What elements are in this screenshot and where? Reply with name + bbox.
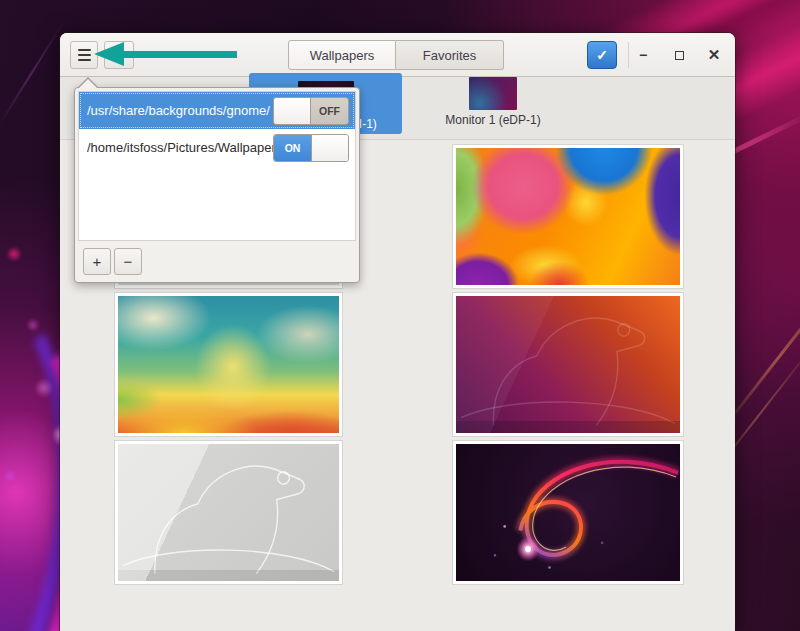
wallpaper-thumbnail	[118, 296, 339, 433]
folder-path: /usr/share/backgrounds/gnome/	[87, 103, 273, 118]
wallpaper-item[interactable]	[115, 293, 342, 436]
minus-icon: −	[124, 253, 133, 270]
titlebar[interactable]: Wallpapers Favorites ✓ − ✕	[60, 33, 735, 77]
wallpaper-bokeh-dot	[6, 246, 22, 262]
titlebar-separator	[628, 42, 629, 68]
popover-caret	[77, 77, 99, 88]
close-button[interactable]: ✕	[702, 43, 726, 67]
beaver-outline-icon	[456, 296, 680, 433]
secondary-toolbar-button[interactable]	[104, 41, 134, 69]
monitor-label: Monitor 1 (eDP-1)	[445, 113, 540, 127]
tab-wallpapers[interactable]: Wallpapers	[288, 40, 396, 70]
wallpaper-item[interactable]	[115, 441, 342, 584]
wallpaper-thumbnail	[456, 296, 680, 433]
wallpaper-manager-window: Wallpapers Favorites ✓ − ✕ Monitor 0 (HD…	[60, 33, 735, 631]
wallpaper-item[interactable]	[453, 441, 683, 584]
monitor-tile-edp[interactable]: Monitor 1 (eDP-1)	[410, 73, 576, 130]
wallpaper-bokeh-dot	[26, 318, 40, 332]
wallpaper-bokeh-dot	[4, 470, 16, 482]
plus-icon: +	[93, 253, 102, 270]
desktop-background: Wallpapers Favorites ✓ − ✕ Monitor 0 (HD…	[0, 0, 800, 631]
folder-toggle-off[interactable]: OFF	[273, 97, 349, 125]
toggle-knob	[311, 135, 348, 161]
popover-toolbar: + −	[75, 242, 359, 282]
comet-swirl-icon	[456, 444, 680, 581]
wallpaper-thumbnail	[456, 444, 680, 581]
folder-row[interactable]: /usr/share/backgrounds/gnome/ OFF	[79, 92, 355, 129]
minimize-button[interactable]: −	[631, 43, 655, 67]
folder-path: /home/itsfoss/Pictures/Wallpaper	[87, 140, 273, 155]
toggle-knob	[274, 98, 311, 124]
maximize-button[interactable]	[667, 43, 691, 67]
tab-favorites[interactable]: Favorites	[396, 40, 504, 70]
monitor-thumbnail	[469, 77, 517, 110]
remove-folder-button[interactable]: −	[114, 248, 142, 275]
check-icon: ✓	[596, 47, 608, 63]
minimize-icon: −	[639, 47, 647, 63]
folder-row[interactable]: /home/itsfoss/Pictures/Wallpaper ON	[79, 129, 355, 166]
wallpaper-thumbnail	[456, 148, 680, 285]
wallpaper-bokeh-dot	[34, 378, 54, 398]
close-icon: ✕	[708, 46, 721, 64]
view-switcher: Wallpapers Favorites	[288, 40, 504, 70]
folders-popover: /usr/share/backgrounds/gnome/ OFF /home/…	[74, 87, 360, 283]
wallpaper-item[interactable]	[453, 293, 683, 436]
wallpaper-thumbnail	[118, 444, 339, 581]
wallpaper-streak	[0, 23, 64, 126]
wallpaper-item[interactable]	[453, 145, 683, 288]
add-folder-button[interactable]: +	[83, 248, 111, 275]
folder-list: /usr/share/backgrounds/gnome/ OFF /home/…	[78, 91, 356, 241]
apply-button[interactable]: ✓	[587, 41, 617, 69]
maximize-icon	[675, 51, 684, 60]
toggle-state-label: OFF	[311, 98, 348, 124]
folder-toggle-on[interactable]: ON	[273, 134, 349, 162]
toggle-state-label: ON	[274, 135, 311, 161]
beaver-outline-icon	[118, 444, 339, 581]
folders-menu-button[interactable]	[70, 41, 98, 69]
